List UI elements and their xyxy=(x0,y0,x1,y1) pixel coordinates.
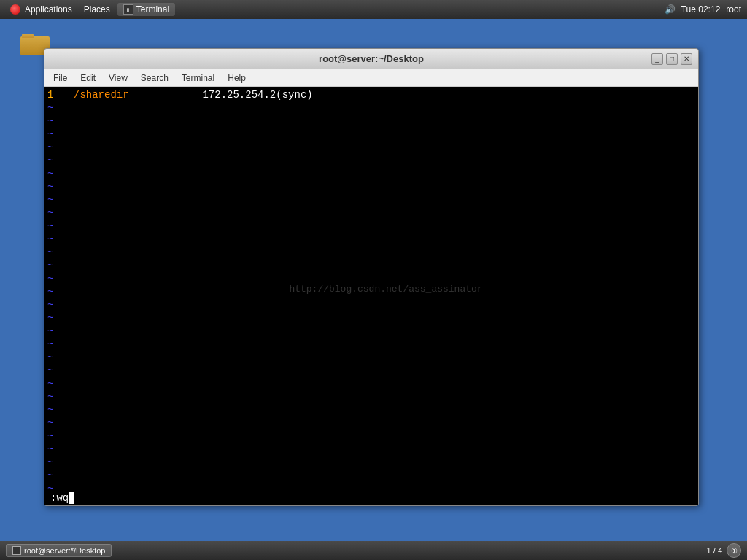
terminal-tab[interactable]: ▮ Terminal xyxy=(117,3,175,16)
tilde-line: ~ xyxy=(44,272,74,285)
tilde-line: ~ xyxy=(44,101,74,114)
tilde-line: ~ xyxy=(44,390,74,403)
menu-help[interactable]: Help xyxy=(222,71,252,85)
line-number-1: 1 xyxy=(44,88,74,101)
tilde-line: ~ xyxy=(44,403,74,416)
places-label: Places xyxy=(84,4,110,15)
user-label: root xyxy=(726,4,741,15)
tilde-line: ~ xyxy=(44,128,74,141)
maximize-button[interactable]: □ xyxy=(666,53,678,65)
tilde-line: ~ xyxy=(44,364,74,377)
applications-menu[interactable]: Applications xyxy=(6,3,77,16)
taskbar-window-icon xyxy=(12,546,21,555)
tilde-line: ~ xyxy=(44,311,74,324)
minimize-button[interactable]: _ xyxy=(651,53,663,65)
vim-status-bar: :wq xyxy=(44,491,698,505)
directory-text: /sharedir xyxy=(74,89,129,101)
menu-bar: File Edit View Search Terminal Help xyxy=(44,69,698,87)
menu-view[interactable]: View xyxy=(103,71,133,85)
tilde-line: ~ xyxy=(44,114,74,128)
tilde-line: ~ xyxy=(44,469,74,482)
close-button[interactable]: ✕ xyxy=(681,53,692,65)
page-indicator: ① xyxy=(727,543,741,558)
ip-text: 172.25.254.2(sync) xyxy=(202,89,312,101)
tilde-line: ~ xyxy=(44,180,74,193)
volume-icon: 🔊 xyxy=(665,4,676,15)
spacer xyxy=(135,89,196,101)
applications-icon xyxy=(10,4,20,15)
title-bar-buttons: _ □ ✕ xyxy=(651,53,692,65)
menu-search[interactable]: Search xyxy=(135,71,174,85)
tilde-line: ~ xyxy=(44,141,74,154)
taskbar-bottom-left: root@server:*/Desktop xyxy=(6,544,112,557)
menu-terminal[interactable]: Terminal xyxy=(176,71,220,85)
terminal-tab-icon: ▮ xyxy=(123,4,133,15)
top-taskbar: Applications Places ▮ Terminal 🔊 Tue 02:… xyxy=(0,0,747,19)
tilde-line: ~ xyxy=(44,298,74,311)
bottom-taskbar: root@server:*/Desktop 1 / 4 ① xyxy=(0,541,747,560)
top-taskbar-left: Applications Places ▮ Terminal xyxy=(6,3,175,16)
tilde-line: ~ xyxy=(44,167,74,180)
taskbar-window-label: root@server:*/Desktop xyxy=(24,546,105,555)
terminal-window: root@server:~/Desktop _ □ ✕ File Edit Vi… xyxy=(44,48,699,506)
tilde-line: ~ xyxy=(44,338,74,351)
vim-cursor xyxy=(69,492,74,504)
tilde-line: ~ xyxy=(44,285,74,298)
page-info: 1 / 4 xyxy=(707,546,722,555)
taskbar-bottom-right: 1 / 4 ① xyxy=(707,543,741,558)
terminal-content[interactable]: 1 ~ ~ ~ ~ ~ ~ ~ ~ ~ ~ ~ ~ xyxy=(44,87,698,505)
tilde-line: ~ xyxy=(44,324,74,338)
watermark-text: http://blog.csdn.net/ass_assinator xyxy=(289,284,482,295)
code-area: /sharedir 172.25.254.2(sync) http://blog… xyxy=(74,87,698,491)
terminal-tab-label: Terminal xyxy=(136,4,169,15)
tilde-lines: ~ ~ ~ ~ ~ ~ ~ ~ ~ ~ ~ ~ ~ ~ ~ xyxy=(44,101,74,495)
tilde-line: ~ xyxy=(44,206,74,219)
tilde-line: ~ xyxy=(44,154,74,167)
tilde-line: ~ xyxy=(44,429,74,443)
vim-command: :wq xyxy=(50,492,69,504)
content-line-1: /sharedir 172.25.254.2(sync) xyxy=(74,88,698,101)
tilde-line: ~ xyxy=(44,193,74,206)
tilde-line: ~ xyxy=(44,219,74,233)
places-menu[interactable]: Places xyxy=(80,3,115,16)
tilde-line: ~ xyxy=(44,259,74,272)
tilde-line: ~ xyxy=(44,351,74,364)
title-bar: root@server:~/Desktop _ □ ✕ xyxy=(44,49,698,69)
line-numbers-column: 1 ~ ~ ~ ~ ~ ~ ~ ~ ~ ~ ~ ~ xyxy=(44,87,74,491)
tilde-line: ~ xyxy=(44,416,74,429)
tilde-line: ~ xyxy=(44,456,74,469)
desktop: root@server:~/Desktop _ □ ✕ File Edit Vi… xyxy=(0,19,747,541)
clock: Tue 02:12 xyxy=(681,4,721,15)
tilde-line: ~ xyxy=(44,246,74,259)
top-taskbar-right: 🔊 Tue 02:12 root xyxy=(665,4,741,15)
menu-file[interactable]: File xyxy=(47,71,73,85)
applications-label: Applications xyxy=(25,4,72,15)
taskbar-window-button[interactable]: root@server:*/Desktop xyxy=(6,544,112,557)
tilde-line: ~ xyxy=(44,233,74,246)
title-bar-title: root@server:~/Desktop xyxy=(319,53,424,64)
tilde-line: ~ xyxy=(44,443,74,456)
menu-edit[interactable]: Edit xyxy=(74,71,101,85)
tilde-line: ~ xyxy=(44,377,74,390)
